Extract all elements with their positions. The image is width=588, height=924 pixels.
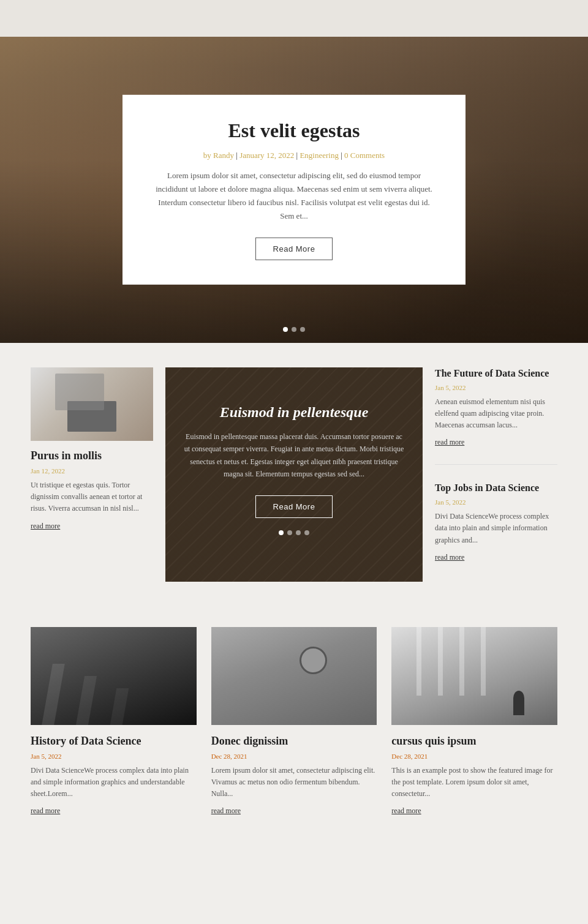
bottom-card-1-excerpt: Divi Data ScienceWe process complex data… — [31, 765, 197, 800]
sidebar-article-2-read-more[interactable]: read more — [435, 553, 464, 562]
bottom-card-2-read-more[interactable]: read more — [211, 806, 241, 815]
hero-slider: Est velit egestas by Randy | January 12,… — [0, 37, 588, 343]
bottom-card-3-excerpt: This is an example post to show the feat… — [391, 765, 557, 800]
left-card-read-more[interactable]: read more — [31, 522, 60, 530]
sidebar-article-1: The Future of Data Science Jan 5, 2022 A… — [435, 367, 557, 465]
sidebar-article-2-excerpt: Divi Data ScienceWe process complex data… — [435, 511, 557, 546]
bottom-card-1-title: History of Data Science — [31, 735, 197, 748]
left-card: Purus in mollis Jan 12, 2022 Ut tristiqu… — [31, 367, 153, 531]
bottom-card-2: Donec dignissim Dec 28, 2021 Lorem ipsum… — [211, 627, 377, 816]
center-dot-1[interactable] — [279, 530, 284, 535]
left-card-date: Jan 12, 2022 — [31, 467, 153, 475]
right-sidebar: The Future of Data Science Jan 5, 2022 A… — [435, 367, 557, 596]
hero-dot-2[interactable] — [292, 327, 296, 332]
hero-date: January 12, 2022 — [239, 151, 294, 160]
center-dot-4[interactable] — [304, 530, 309, 535]
bottom-card-2-date: Dec 28, 2021 — [211, 753, 377, 760]
left-card-image — [31, 367, 153, 441]
hero-slider-dots — [283, 327, 305, 332]
hero-content-box: Est velit egestas by Randy | January 12,… — [123, 95, 466, 285]
hero-dot-1[interactable] — [283, 327, 288, 332]
bottom-grid: History of Data Science Jan 5, 2022 Divi… — [31, 627, 557, 816]
bottom-card-3: cursus quis ipsum Dec 28, 2021 This is a… — [391, 627, 557, 816]
center-slider-read-more-button[interactable]: Read More — [255, 495, 333, 518]
hero-excerpt: Lorem ipsum dolor sit amet, consectetur … — [153, 169, 435, 223]
center-slider-title: Euismod in pellentesque — [184, 404, 404, 421]
hero-comments: 0 Comments — [344, 151, 385, 160]
center-slider-content: Euismod in pellentesque Euismod in pelle… — [165, 367, 423, 560]
center-slider: Euismod in pellentesque Euismod in pelle… — [165, 367, 423, 582]
center-slider-excerpt: Euismod in pellentesque massa placerat d… — [184, 430, 404, 481]
sidebar-article-2: Top Jobs in Data Science Jan 5, 2022 Div… — [435, 482, 557, 579]
hero-category: Engineering — [300, 151, 339, 160]
sidebar-article-2-date: Jan 5, 2022 — [435, 498, 557, 506]
hero-title: Est velit egestas — [153, 119, 435, 142]
hero-read-more-button[interactable]: Read More — [255, 238, 333, 260]
sidebar-article-1-read-more[interactable]: read more — [435, 438, 464, 446]
bottom-card-3-date: Dec 28, 2021 — [391, 753, 557, 760]
bottom-card-1: History of Data Science Jan 5, 2022 Divi… — [31, 627, 197, 816]
sidebar-article-1-excerpt: Aenean euismod elementum nisi quis elelf… — [435, 396, 557, 432]
bottom-card-1-read-more[interactable]: read more — [31, 806, 60, 815]
bottom-card-2-image — [211, 627, 377, 725]
laptop-image-sim — [31, 367, 153, 441]
main-content: Purus in mollis Jan 12, 2022 Ut tristiqu… — [18, 343, 570, 840]
bottom-card-3-title: cursus quis ipsum — [391, 735, 557, 748]
top-bar — [0, 0, 588, 37]
left-card-excerpt: Ut tristique et egestas quis. Tortor dig… — [31, 479, 153, 515]
bottom-card-2-excerpt: Lorem ipsum dolor sit amet, consectetur … — [211, 765, 377, 800]
center-dot-3[interactable] — [296, 530, 301, 535]
sidebar-article-1-date: Jan 5, 2022 — [435, 384, 557, 391]
bottom-card-2-title: Donec dignissim — [211, 735, 377, 748]
bottom-card-3-image — [391, 627, 557, 725]
center-slider-dots — [184, 530, 404, 535]
bottom-card-1-image — [31, 627, 197, 725]
left-card-title: Purus in mollis — [31, 449, 153, 462]
bottom-card-3-read-more[interactable]: read more — [391, 806, 421, 815]
center-dot-2[interactable] — [287, 530, 292, 535]
sidebar-article-1-title: The Future of Data Science — [435, 367, 557, 380]
mid-section: Purus in mollis Jan 12, 2022 Ut tristiqu… — [31, 367, 557, 596]
hero-meta: by Randy | January 12, 2022 | Engineerin… — [153, 151, 435, 160]
bottom-card-1-date: Jan 5, 2022 — [31, 753, 197, 760]
hero-author: by Randy — [203, 151, 234, 160]
sidebar-article-2-title: Top Jobs in Data Science — [435, 482, 557, 495]
hero-dot-3[interactable] — [300, 327, 305, 332]
